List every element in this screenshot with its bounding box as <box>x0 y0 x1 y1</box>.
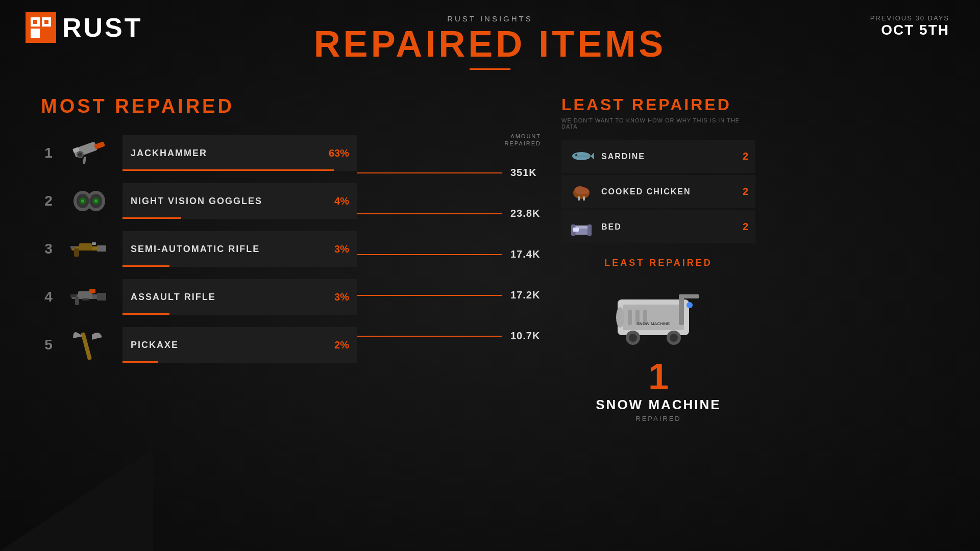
item-rank: 3 <box>41 241 56 257</box>
least-repaired-item: BED 2 <box>561 210 755 243</box>
least-feature-count: 1 <box>561 358 755 395</box>
chart-row: 17.2K <box>357 275 541 316</box>
item-name: PICKAXE <box>131 340 334 350</box>
snow-machine-icon: SNOW MACHINE <box>607 277 709 353</box>
svg-rect-43 <box>578 196 580 201</box>
item-bar-container: NIGHT VISION GOGGLES 4% <box>122 183 357 219</box>
item-bar-container: JACKHAMMER 63% <box>122 135 357 171</box>
item-icon-box <box>66 229 112 269</box>
most-repaired-item: 3 SEMI-AUTOMATIC RIFLE 3% <box>41 229 357 269</box>
least-repaired-subtitle: WE DON'T WANT TO KNOW HOW OR WHY THIS IS… <box>561 117 755 130</box>
least-item-icon <box>569 180 594 203</box>
item-bar-container: PICKAXE 2% <box>122 327 357 363</box>
most-repaired-title: MOST REPAIRED <box>41 95 541 117</box>
svg-rect-34 <box>82 298 89 300</box>
svg-rect-27 <box>70 246 76 248</box>
least-item-name: COOKED CHICKEN <box>601 187 736 196</box>
date-info: PREVIOUS 30 DAYS OCT 5TH <box>870 14 949 38</box>
item-name: ASSAULT RIFLE <box>131 292 334 303</box>
least-item-count: 2 <box>743 151 748 162</box>
chart-row: 17.4K <box>357 234 541 275</box>
least-item-count: 2 <box>743 221 748 233</box>
svg-rect-23 <box>97 245 106 252</box>
header-subtitle: RUST INSIGHTS <box>0 14 980 23</box>
item-pct: 4% <box>334 195 349 207</box>
least-item-name: SARDINE <box>601 152 736 161</box>
svg-rect-54 <box>679 294 699 298</box>
item-rank: 5 <box>41 337 56 353</box>
item-name: SEMI-AUTOMATIC RIFLE <box>131 244 334 255</box>
svg-rect-29 <box>97 293 106 300</box>
least-repaired-item: SARDINE 2 <box>561 140 755 173</box>
svg-rect-62 <box>687 302 693 308</box>
svg-text:SNOW MACHINE: SNOW MACHINE <box>637 321 670 326</box>
item-pct: 3% <box>334 291 349 303</box>
chart-line <box>357 254 502 255</box>
svg-rect-12 <box>83 157 86 164</box>
chart-header-line2: REPAIRED <box>505 140 541 146</box>
least-feature: LEAST REPAIRED <box>561 258 755 422</box>
least-feature-name: SNOW MACHINE <box>561 397 755 413</box>
svg-point-61 <box>670 334 678 342</box>
svg-point-38 <box>575 154 577 156</box>
most-repaired-section: MOST REPAIRED 1 JACKHAMMER 63% 2 <box>41 95 541 422</box>
chart-value: 10.7K <box>510 330 541 342</box>
header: RUST INSIGHTS REPAIRED ITEMS <box>0 0 980 70</box>
svg-point-63 <box>616 307 624 328</box>
svg-point-21 <box>94 199 97 203</box>
item-icon-box <box>66 324 112 365</box>
least-repaired-title: LEAST REPAIRED <box>561 95 755 114</box>
least-feature-label: LEAST REPAIRED <box>561 258 755 268</box>
chart-line <box>357 213 502 214</box>
most-repaired-item: 1 JACKHAMMER 63% <box>41 133 357 173</box>
item-pct: 63% <box>329 147 349 159</box>
least-item-icon <box>569 215 594 238</box>
chart-line <box>357 172 502 173</box>
svg-marker-37 <box>591 153 594 160</box>
header-underline <box>470 68 510 70</box>
item-icon-box <box>66 133 112 173</box>
svg-rect-31 <box>75 297 79 305</box>
svg-rect-49 <box>587 224 592 236</box>
main-content: MOST REPAIRED 1 JACKHAMMER 63% 2 <box>0 80 980 422</box>
items-list: 1 JACKHAMMER 63% 2 <box>41 133 357 372</box>
item-progress-bar <box>122 169 334 171</box>
svg-point-59 <box>629 334 637 342</box>
item-icon-box <box>66 181 112 221</box>
svg-rect-25 <box>74 248 79 257</box>
item-progress-bar <box>122 217 181 219</box>
item-bar-container: ASSAULT RIFLE 3% <box>122 279 357 315</box>
svg-rect-44 <box>583 196 585 201</box>
chart-lines: AMOUNT REPAIRED 351K 23.8K 17.4K 17.2K 1… <box>357 133 541 357</box>
most-repaired-item: 2 NIGHT VISION GOGGLES 4% <box>41 181 357 221</box>
chart-line <box>357 295 502 296</box>
least-item-name: BED <box>601 222 736 232</box>
item-pct: 3% <box>334 243 349 255</box>
least-items-list: SARDINE 2 COOKED CHICKEN 2 BED <box>561 140 755 243</box>
svg-point-42 <box>581 188 589 194</box>
item-pct: 2% <box>334 339 349 351</box>
svg-rect-53 <box>679 294 684 325</box>
item-bar-container: SEMI-AUTOMATIC RIFLE 3% <box>122 231 357 267</box>
item-name: NIGHT VISION GOGGLES <box>131 196 334 207</box>
chart-row: 351K <box>357 153 541 193</box>
svg-rect-24 <box>79 243 92 251</box>
chart-header: AMOUNT REPAIRED <box>357 133 541 147</box>
chart-row: 10.7K <box>357 316 541 357</box>
svg-rect-33 <box>70 294 77 297</box>
svg-rect-26 <box>92 242 96 245</box>
svg-point-20 <box>81 199 84 203</box>
item-progress-bar <box>122 361 158 363</box>
chart-line <box>357 336 502 337</box>
item-rank: 2 <box>41 193 56 209</box>
header-title: REPAIRED ITEMS <box>0 24 980 64</box>
svg-rect-9 <box>94 141 105 149</box>
chart-row: 23.8K <box>357 193 541 234</box>
chart-value: 23.8K <box>510 208 541 219</box>
most-repaired-item: 4 ASSAULT RIFLE 3% <box>41 277 357 317</box>
item-progress-bar <box>122 313 169 315</box>
item-icon-box <box>66 277 112 317</box>
svg-rect-55 <box>628 310 632 325</box>
item-rank: 4 <box>41 289 56 305</box>
svg-point-11 <box>78 153 82 157</box>
